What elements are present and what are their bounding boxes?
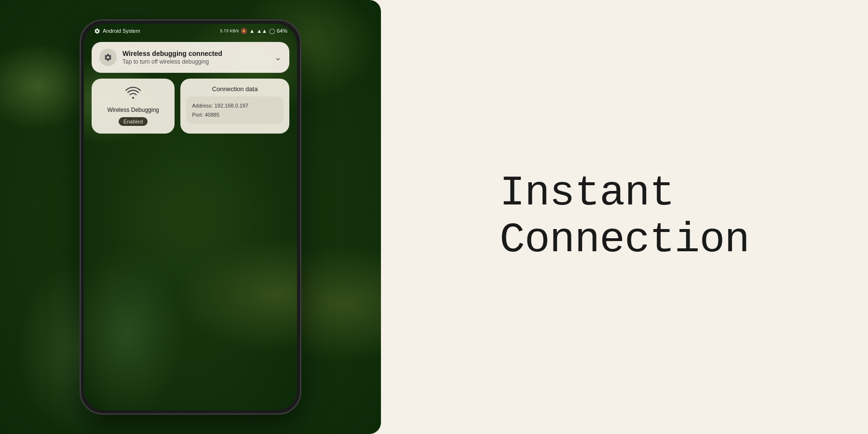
notif-subtitle: Tap to turn off wireless debugging	[122, 58, 269, 65]
status-right: 5.73 KB/s 🔕 ▲ ▲▲ ◯ 64%	[220, 28, 287, 34]
address-label: Address:	[192, 103, 213, 108]
wireless-debugging-label: Wireless Debugging	[107, 107, 159, 113]
notif-title: Wireless debugging connected	[122, 50, 269, 57]
headline-line1: Instant	[500, 170, 749, 217]
port-row: Port: 40885	[192, 110, 278, 120]
wifi-status-icon: ▲	[249, 28, 255, 34]
address-value: 192.168.0.197	[215, 103, 248, 108]
right-panel: Instant Connection	[381, 0, 868, 434]
connection-data-title: Connection data	[186, 85, 284, 93]
network-stats: 5.73 KB/s	[220, 28, 239, 33]
app-name-label: Android System	[103, 28, 140, 34]
notif-gear-icon	[99, 49, 117, 66]
port-label: Port:	[192, 112, 203, 118]
widget-wireless-debugging[interactable]: Wireless Debugging Enabled	[92, 79, 175, 134]
android-system-icon	[94, 27, 100, 34]
status-bar: Android System 5.73 KB/s 🔕 ▲ ▲▲ ◯ 64%	[84, 24, 297, 38]
widget-connection-data: Connection data Address: 192.168.0.197 P…	[180, 79, 289, 134]
notification-card[interactable]: Wireless debugging connected Tap to turn…	[92, 42, 289, 73]
enabled-badge: Enabled	[119, 117, 148, 126]
address-row: Address: 192.168.0.197	[192, 101, 278, 110]
port-value: 40885	[204, 112, 219, 118]
phone-screen: Android System 5.73 KB/s 🔕 ▲ ▲▲ ◯ 64%	[84, 24, 297, 410]
headline-line2: Connection	[500, 217, 749, 264]
phone-frame: Android System 5.73 KB/s 🔕 ▲ ▲▲ ◯ 64%	[80, 19, 301, 415]
notif-text-area: Wireless debugging connected Tap to turn…	[122, 50, 269, 65]
chevron-down-icon[interactable]: ⌄	[274, 52, 282, 63]
connection-data-box: Address: 192.168.0.197 Port: 40885	[186, 96, 284, 124]
signal-icon: ▲▲	[257, 28, 267, 34]
status-left: Android System	[94, 27, 140, 34]
wifi-large-icon	[125, 86, 141, 103]
widgets-row: Wireless Debugging Enabled Connection da…	[92, 79, 289, 134]
mute-icon: 🔕	[241, 28, 247, 34]
battery-icon: ◯	[269, 28, 275, 34]
battery-label: 64%	[277, 28, 287, 34]
headline-text: Instant Connection	[500, 170, 749, 264]
left-panel: Android System 5.73 KB/s 🔕 ▲ ▲▲ ◯ 64%	[0, 0, 381, 434]
